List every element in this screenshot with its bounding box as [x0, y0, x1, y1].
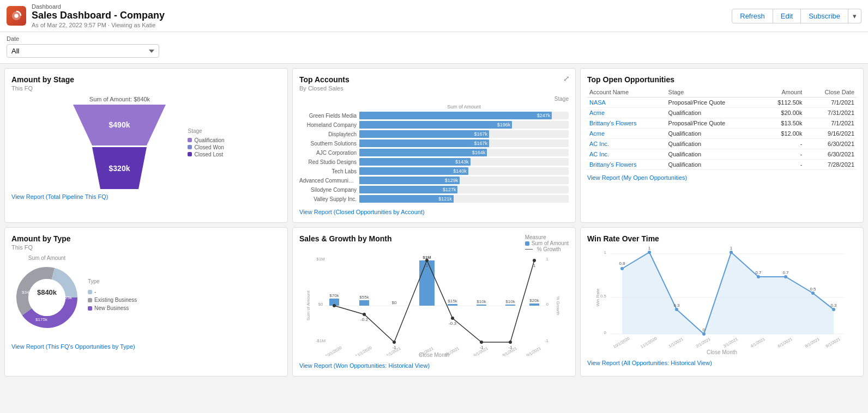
bar-aug — [505, 305, 515, 306]
date-filter-select[interactable]: All — [7, 44, 159, 58]
wr-x-mar: 3/1/2021 — [722, 337, 739, 349]
bar-row: Red Studio Designs$143k — [299, 158, 569, 166]
win-rate-title: Win Rate Over Time — [587, 234, 857, 243]
wr-val-aug: 0.5 — [810, 287, 816, 291]
bar-row: Homeland Company$196k — [299, 121, 569, 129]
bar-row: Silodyne Company$127k — [299, 186, 569, 193]
bar-track: $167k — [359, 130, 569, 138]
opp-account[interactable]: AC Inc. — [587, 149, 666, 160]
amount-by-stage-title: Amount by Stage — [11, 75, 281, 84]
bar-fill: $140k — [359, 167, 468, 175]
win-rate-card: Win Rate Over Time 1 0.5 0 0.8 1 0.3 — [580, 227, 864, 376]
wr-dot-jun — [784, 275, 787, 278]
expand-icon[interactable]: ⤢ — [563, 74, 570, 83]
opp-account[interactable]: Acme — [587, 108, 666, 118]
bar-value: $129k — [445, 178, 459, 183]
stage-legend: Stage Qualification Closed Won Closed Lo… — [188, 128, 224, 157]
opp-account[interactable]: AC Inc. — [587, 139, 666, 149]
growth-header: Sales & Growth by Month Measure Sum of A… — [299, 234, 569, 252]
accounts-view-report[interactable]: View Report (Closed Opportunities by Acc… — [299, 209, 425, 215]
growth-measure-label: Measure Sum of Amount % Growth — [525, 234, 569, 252]
y-axis-title-left: Sum of Amount — [306, 290, 311, 320]
wr-val-jan: 0.3 — [673, 303, 680, 308]
y-label-neg1m: -$1M — [316, 338, 326, 343]
opp-account[interactable]: Brittany's Flowers — [587, 118, 666, 129]
legend-dot-sum — [525, 241, 529, 246]
growth-val-sep: 1 — [533, 263, 536, 268]
win-rate-svg: 1 0.5 0 0.8 1 0.3 0 1 — [587, 244, 857, 350]
opp-amount: $112.50k — [760, 98, 805, 108]
header-actions: Refresh Edit Subscribe ▾ — [732, 9, 861, 23]
opp-date: 6/30/2021 — [804, 139, 857, 149]
legend-dot-closed-lost — [188, 152, 192, 156]
opp-amount: $13.50k — [760, 118, 805, 129]
legend-label-dash: - — [94, 289, 96, 295]
table-row: Brittany's FlowersProposal/Price Quote$1… — [587, 118, 857, 129]
bar-fill: $164k — [359, 149, 487, 156]
type-legend-title: Type — [88, 278, 137, 284]
growth-val-nov: -0.2 — [360, 317, 368, 322]
donut-label-new: $340k — [22, 290, 34, 295]
bar-label: AJC Corporation — [299, 150, 359, 156]
type-view-report[interactable]: View Report (This FQ's Opportunities by … — [11, 343, 135, 350]
wr-y-0: 0 — [604, 330, 607, 335]
svg-point-1 — [14, 14, 18, 17]
wr-x-feb: 2/1/2021 — [695, 337, 712, 349]
table-row: AcmeQualification$20.00k7/31/2021 — [587, 108, 857, 118]
x-sep: 9/1/2021 — [526, 346, 542, 356]
bar-fill: $167k — [359, 130, 489, 138]
opp-account[interactable]: NASA — [587, 98, 666, 108]
bar-nov — [359, 300, 369, 306]
bar-label: Tech Labs — [299, 168, 359, 174]
opp-account[interactable]: Brittany's Flowers — [587, 160, 666, 170]
bar-label: Green Fields Media — [299, 113, 359, 119]
top-accounts-subtitle: By Closed Sales — [299, 85, 569, 92]
bar-track: $140k — [359, 167, 569, 175]
bar-label: Displaytech — [299, 131, 359, 137]
opps-view-report[interactable]: View Report (My Open Opportunities) — [587, 174, 687, 181]
wr-x-jan: 1/1/2021 — [668, 337, 684, 349]
y-right-0: 0 — [546, 302, 549, 307]
table-row: AC Inc.Qualification-6/30/2021 — [587, 149, 857, 160]
bar-value: $167k — [474, 131, 488, 137]
wr-x-nov: 11/1/2020 — [640, 336, 658, 349]
bar-label-aug: $10k — [505, 299, 515, 304]
legend-sum-amount: Sum of Amount — [525, 240, 569, 246]
growth-view-report[interactable]: View Report (Won Opportunities: Historic… — [299, 362, 430, 369]
breadcrumb: Dashboard — [32, 3, 165, 10]
y-right-neg1: -1 — [545, 338, 549, 343]
bar-fill: $127k — [359, 186, 457, 193]
edit-button[interactable]: Edit — [773, 9, 801, 23]
bar-label: Red Studio Designs — [299, 159, 359, 165]
opp-stage: Qualification — [666, 139, 760, 149]
legend-dot-closed-won — [188, 145, 192, 149]
stage-view-report[interactable]: View Report (Total Pipeline This FQ) — [11, 193, 108, 200]
bar-label-jan: $0 — [392, 300, 397, 305]
x-nov: 11/1/2020 — [354, 345, 372, 356]
opp-date: 7/31/2021 — [804, 108, 857, 118]
top-accounts-title: Top Accounts — [299, 75, 569, 84]
y-label-0: $0 — [318, 302, 323, 307]
bar-label-nov: $55k — [359, 295, 369, 300]
subscribe-button[interactable]: Subscribe — [801, 9, 848, 23]
opp-amount: $20.00k — [760, 108, 805, 118]
bar-track: $143k — [359, 158, 569, 166]
header-title-group: Dashboard Sales Dashboard - Company As o… — [32, 3, 165, 28]
dropdown-button[interactable]: ▾ — [848, 9, 861, 23]
donut-area: Sum of Amount $840k $340k $325k $175k — [11, 255, 281, 335]
bar-fill: $121k — [359, 195, 454, 203]
bar-track: $127k — [359, 186, 569, 193]
growth-dot-jun — [480, 341, 483, 344]
wr-dot-oct — [620, 267, 624, 270]
bar-label-oct: $70k — [329, 293, 339, 298]
opp-date: 7/1/2021 — [804, 98, 857, 108]
growth-title: Sales & Growth by Month — [299, 234, 392, 243]
opp-account[interactable]: Acme — [587, 129, 666, 139]
bar-label: Valley Supply Inc. — [299, 196, 359, 202]
wr-y-1: 1 — [604, 250, 607, 255]
refresh-button[interactable]: Refresh — [732, 9, 773, 23]
bar-track: $167k — [359, 139, 569, 147]
funnel-wrapper: $490k $320k — [68, 105, 171, 189]
winrate-view-report[interactable]: View Report (All Opportunities: Historic… — [587, 360, 712, 366]
amount-by-type-title: Amount by Type — [11, 234, 281, 243]
